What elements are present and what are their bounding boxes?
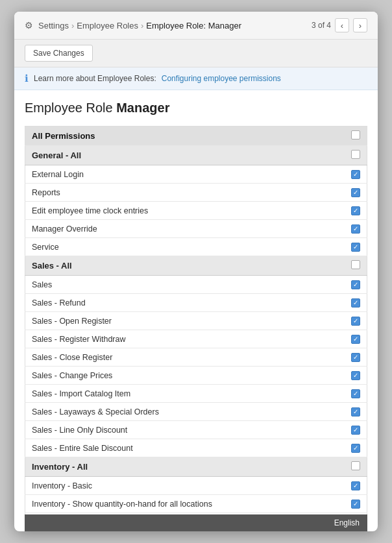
section-general-header: General - All	[25, 146, 367, 165]
page-title-prefix: Employee Role	[25, 101, 113, 115]
perm-label: External Login	[25, 165, 345, 184]
checkbox-sales-change-prices[interactable]	[351, 371, 360, 380]
perm-checkbox[interactable]	[345, 495, 367, 513]
perm-checkbox[interactable]	[345, 312, 367, 330]
info-bar: ℹ Learn more about Employee Roles: Confi…	[14, 67, 378, 90]
perm-checkbox[interactable]	[345, 439, 367, 457]
table-row: Sales	[25, 276, 367, 294]
checkbox-manager-override[interactable]	[351, 224, 360, 234]
table-row: Sales - Change Prices	[25, 367, 367, 385]
checkbox-sales-register-withdraw[interactable]	[351, 335, 360, 344]
checkbox-service[interactable]	[351, 243, 360, 252]
main-content: Employee Role Manager All Permissions Ge…	[14, 90, 378, 531]
table-row: Sales - Layaways & Special Orders	[25, 403, 367, 421]
section-inventory-checkbox[interactable]	[345, 457, 367, 477]
language-label: English	[334, 518, 360, 527]
checkbox-sales-layaways[interactable]	[351, 407, 360, 416]
checkbox-general-all[interactable]	[351, 150, 360, 159]
perm-checkbox[interactable]	[345, 220, 367, 238]
perm-checkbox[interactable]	[345, 276, 367, 294]
table-row: Sales - Import Catalog Item	[25, 385, 367, 403]
perm-label: Sales - Register Withdraw	[25, 330, 345, 348]
perm-checkbox[interactable]	[345, 330, 367, 348]
perm-label: Manager Override	[25, 220, 345, 238]
checkbox-inventory-qty[interactable]	[351, 500, 360, 509]
info-text: Learn more about Employee Roles:	[34, 74, 156, 83]
checkbox-sales[interactable]	[351, 280, 360, 289]
perm-label: Sales - Change Prices	[25, 367, 345, 385]
section-sales-checkbox[interactable]	[345, 256, 367, 276]
perm-checkbox[interactable]	[345, 165, 367, 184]
nav-position: 3 of 4	[312, 21, 331, 30]
perm-checkbox[interactable]	[345, 348, 367, 367]
perm-label: Sales - Layaways & Special Orders	[25, 403, 345, 421]
checkbox-sales-import-catalog[interactable]	[351, 389, 360, 398]
table-row: Reports	[25, 184, 367, 202]
checkbox-inventory-basic[interactable]	[351, 481, 360, 490]
language-bar: English	[25, 514, 367, 531]
perm-label: Sales - Open Register	[25, 312, 345, 330]
toolbar: Save Changes	[14, 40, 378, 67]
section-inventory-header: Inventory - All	[25, 457, 367, 477]
perm-label: Sales - Close Register	[25, 348, 345, 367]
nav-prev-button[interactable]: ‹	[335, 18, 349, 32]
checkbox-sales-open-register[interactable]	[351, 317, 360, 326]
perm-label: Sales - Refund	[25, 294, 345, 312]
section-inventory-label: Inventory - All	[25, 457, 345, 477]
perm-label: Sales - Entire Sale Discount	[25, 439, 345, 457]
table-row: Service	[25, 238, 367, 256]
nav-controls: 3 of 4 ‹ ›	[312, 18, 367, 32]
page-title-name: Manager	[116, 101, 169, 115]
checkbox-sales-close-register[interactable]	[351, 353, 360, 362]
permissions-table: All Permissions General - All External L…	[25, 126, 367, 531]
checkbox-external-login[interactable]	[351, 170, 360, 179]
checkbox-sales-entire-discount[interactable]	[351, 444, 360, 453]
perm-checkbox[interactable]	[345, 403, 367, 421]
checkbox-time-clock[interactable]	[351, 206, 360, 215]
table-row: Manager Override	[25, 220, 367, 238]
table-row: Sales - Line Only Discount	[25, 421, 367, 439]
page-title: Employee Role Manager	[25, 101, 367, 115]
perm-label: Sales - Line Only Discount	[25, 421, 345, 439]
header-bar: ⚙ Settings › Employee Roles › Employee R…	[14, 12, 378, 40]
table-row: Sales - Entire Sale Discount	[25, 439, 367, 457]
checkbox-sales-refund[interactable]	[351, 298, 360, 308]
table-row: Edit employee time clock entries	[25, 202, 367, 220]
perm-checkbox[interactable]	[345, 421, 367, 439]
perm-label: Reports	[25, 184, 345, 202]
perm-checkbox[interactable]	[345, 385, 367, 403]
app-window: ⚙ Settings › Employee Roles › Employee R…	[14, 12, 378, 531]
table-row: Sales - Close Register	[25, 348, 367, 367]
breadcrumb-employee-roles[interactable]: Employee Roles	[77, 21, 138, 30]
section-sales-label: Sales - All	[25, 256, 345, 276]
table-row: Inventory - Basic	[25, 477, 367, 495]
perm-checkbox[interactable]	[345, 367, 367, 385]
breadcrumb-settings[interactable]: Settings	[38, 21, 69, 30]
perm-label: Inventory - Basic	[25, 477, 345, 495]
perm-label: Sales - Import Catalog Item	[25, 385, 345, 403]
perm-checkbox[interactable]	[345, 477, 367, 495]
checkbox-inventory-all[interactable]	[351, 461, 360, 470]
section-general-checkbox[interactable]	[345, 146, 367, 165]
table-row: Inventory - Show quantity-on-hand for al…	[25, 495, 367, 513]
perm-checkbox[interactable]	[345, 202, 367, 220]
checkbox-sales-all[interactable]	[351, 260, 360, 269]
all-permissions-checkbox[interactable]	[345, 127, 367, 146]
perm-label: Sales	[25, 276, 345, 294]
perm-checkbox[interactable]	[345, 294, 367, 312]
table-row: Sales - Refund	[25, 294, 367, 312]
table-row: External Login	[25, 165, 367, 184]
section-sales-header: Sales - All	[25, 256, 367, 276]
checkbox-sales-line-discount[interactable]	[351, 426, 360, 435]
breadcrumb-sep-1: ›	[71, 21, 74, 30]
breadcrumb-sep-2: ›	[141, 21, 143, 30]
perm-checkbox[interactable]	[345, 184, 367, 202]
checkbox-all-permissions[interactable]	[351, 130, 360, 139]
checkbox-reports[interactable]	[351, 188, 360, 197]
perm-checkbox[interactable]	[345, 238, 367, 256]
nav-next-button[interactable]: ›	[353, 18, 367, 32]
info-link[interactable]: Configuring employee permissions	[162, 74, 281, 83]
info-icon: ℹ	[25, 73, 29, 84]
gear-icon: ⚙	[25, 20, 33, 30]
save-changes-button[interactable]: Save Changes	[25, 45, 93, 62]
